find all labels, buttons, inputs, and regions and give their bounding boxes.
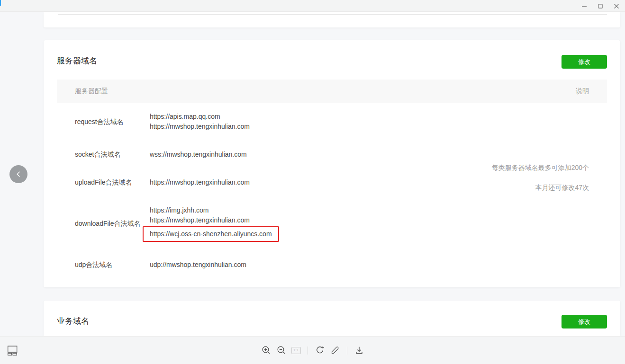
- domain-value: https://wcj.oss-cn-shenzhen.aliyuncs.com: [150, 225, 279, 242]
- chevron-left-icon: [15, 170, 22, 178]
- domain-value: udp://mwshop.tengxinhulian.com: [150, 260, 246, 270]
- bottom-toolbar: 1:1: [0, 336, 625, 364]
- row-label: socket合法域名: [75, 150, 150, 160]
- table-header-description: 说明: [576, 87, 589, 96]
- modify-business-domain-button[interactable]: 修改: [562, 315, 607, 328]
- table-header-config: 服务器配置: [75, 87, 108, 96]
- page-title: 服务器域名: [57, 55, 97, 66]
- text-cursor-artifact: [0, 0, 1, 6]
- modify-server-domain-button[interactable]: 修改: [562, 55, 607, 69]
- window-titlebar: [0, 0, 625, 12]
- business-domain-card: 业务域名 修改: [44, 301, 620, 336]
- row-values: https://apis.map.qq.com https://mwshop.t…: [150, 112, 250, 132]
- minimize-icon[interactable]: [581, 3, 587, 9]
- highlighted-domain-annotation: https://wcj.oss-cn-shenzhen.aliyuncs.com: [143, 226, 279, 242]
- table-row: request合法域名 https://apis.map.qq.com http…: [57, 103, 607, 141]
- edit-pencil-icon[interactable]: [330, 345, 340, 355]
- row-values: wss://mwshop.tengxinhulian.com: [150, 150, 247, 160]
- quota-note-remaining: 本月还可修改47次: [492, 183, 589, 193]
- domain-value: wss://mwshop.tengxinhulian.com: [150, 150, 247, 160]
- toolbar-divider: [347, 346, 347, 355]
- domain-value: https://img.jxhh.com: [150, 205, 279, 215]
- row-label: downloadFile合法域名: [75, 219, 150, 229]
- domain-value: https://apis.map.qq.com: [150, 112, 250, 122]
- quota-notes: 每类服务器域名最多可添加200个 本月还可修改47次: [492, 163, 589, 193]
- row-label: udp合法域名: [75, 260, 150, 270]
- toolbar-divider: [308, 346, 308, 355]
- table-header: 服务器配置 说明: [57, 80, 607, 103]
- app-window: 服务器域名 修改 服务器配置 说明 request合法域名 https://ap…: [0, 0, 625, 364]
- actual-size-badge[interactable]: 1:1: [291, 347, 301, 354]
- previous-card-partial: [44, 12, 620, 27]
- zoom-in-icon[interactable]: [261, 345, 272, 355]
- row-values: https://img.jxhh.com https://mwshop.teng…: [150, 205, 279, 242]
- domain-value: https://mwshop.tengxinhulian.com: [150, 122, 250, 132]
- display-devices-icon[interactable]: [7, 345, 18, 355]
- domain-value: https://mwshop.tengxinhulian.com: [150, 178, 250, 187]
- divider: [58, 14, 607, 15]
- row-values: udp://mwshop.tengxinhulian.com: [150, 260, 246, 270]
- table-row: udp合法域名 udp://mwshop.tengxinhulian.com: [57, 251, 607, 279]
- refresh-icon[interactable]: [315, 345, 325, 355]
- zoom-out-icon[interactable]: [276, 345, 287, 355]
- maximize-icon[interactable]: [598, 3, 603, 9]
- close-icon[interactable]: [614, 3, 619, 9]
- row-label: uploadFile合法域名: [75, 178, 150, 187]
- toolbar-center-group: 1:1: [261, 345, 364, 355]
- row-label: request合法域名: [75, 117, 150, 127]
- server-domain-card: 服务器域名 修改 服务器配置 说明 request合法域名 https://ap…: [44, 40, 620, 287]
- download-icon[interactable]: [354, 345, 364, 355]
- row-values: https://mwshop.tengxinhulian.com: [150, 178, 250, 187]
- back-button[interactable]: [9, 165, 27, 183]
- table-row: downloadFile合法域名 https://img.jxhh.com ht…: [57, 196, 607, 251]
- quota-note-max: 每类服务器域名最多可添加200个: [492, 163, 589, 173]
- business-domain-title: 业务域名: [57, 316, 89, 327]
- window-controls: [581, 0, 619, 12]
- domain-value: https://mwshop.tengxinhulian.com: [150, 215, 279, 225]
